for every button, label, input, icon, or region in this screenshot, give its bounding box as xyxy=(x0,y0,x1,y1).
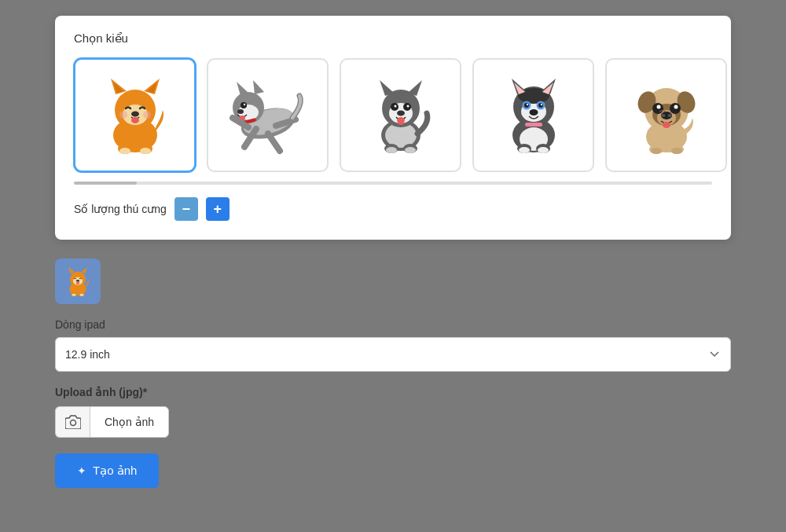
camera-button[interactable] xyxy=(55,406,90,438)
dog-option-husky-sit[interactable] xyxy=(472,58,594,172)
plus-button[interactable]: + xyxy=(206,197,230,221)
scroll-indicator xyxy=(74,182,712,185)
selected-avatar xyxy=(55,259,101,304)
svg-point-66 xyxy=(519,147,530,153)
svg-point-60 xyxy=(526,103,527,105)
svg-point-45 xyxy=(386,147,397,153)
dog-option-husky-run[interactable] xyxy=(207,58,329,172)
svg-point-58 xyxy=(524,103,529,108)
svg-point-81 xyxy=(663,122,670,128)
form-area: Dòng ipad 12.9 inch 11 inch 10.5 inch 9.… xyxy=(55,252,731,488)
svg-point-8 xyxy=(131,117,139,123)
svg-point-9 xyxy=(119,111,127,119)
dog-option-shiba[interactable] xyxy=(74,58,196,172)
svg-point-92 xyxy=(76,282,79,284)
svg-point-61 xyxy=(540,103,542,105)
svg-point-21 xyxy=(241,102,247,108)
svg-point-91 xyxy=(76,280,79,282)
svg-point-14 xyxy=(140,148,151,154)
svg-marker-20 xyxy=(253,80,264,94)
husky-small-svg xyxy=(358,72,444,159)
svg-point-67 xyxy=(538,147,549,153)
svg-point-39 xyxy=(406,105,409,107)
svg-marker-19 xyxy=(237,82,250,96)
dog-option-husky-small[interactable] xyxy=(340,58,461,172)
svg-point-46 xyxy=(405,147,416,153)
svg-point-84 xyxy=(651,148,662,154)
svg-point-95 xyxy=(72,294,75,296)
svg-point-77 xyxy=(674,105,678,108)
svg-point-40 xyxy=(397,110,405,116)
minus-button[interactable]: − xyxy=(174,197,198,221)
tao-anh-button[interactable]: ✦ Tạo ảnh xyxy=(55,453,159,488)
wand-icon: ✦ xyxy=(77,464,86,477)
chon-anh-button[interactable]: Chọn ảnh xyxy=(90,406,169,438)
svg-marker-89 xyxy=(68,267,75,273)
chon-kieu-panel: Chọn kiểu xyxy=(55,16,731,240)
upload-label: Upload ảnh (jpg)* xyxy=(55,386,731,398)
dog-options-row xyxy=(74,58,712,172)
svg-point-22 xyxy=(243,103,244,105)
scroll-thumb xyxy=(74,182,137,185)
dong-ipad-label: Dòng ipad xyxy=(55,318,731,331)
svg-point-97 xyxy=(70,420,75,426)
svg-point-13 xyxy=(119,148,130,154)
svg-point-80 xyxy=(667,114,671,117)
dong-ipad-select[interactable]: 12.9 inch 11 inch 10.5 inch 9.7 inch xyxy=(55,337,731,372)
shiba-svg xyxy=(92,72,178,159)
svg-point-10 xyxy=(143,111,151,119)
husky-run-svg xyxy=(225,72,311,159)
svg-point-85 xyxy=(671,148,682,154)
svg-point-96 xyxy=(79,294,83,296)
pet-count-label: Số lượng thú cưng xyxy=(74,203,167,215)
svg-point-76 xyxy=(656,105,660,108)
svg-point-79 xyxy=(661,114,665,117)
svg-point-23 xyxy=(237,109,244,114)
svg-marker-90 xyxy=(81,267,87,273)
panel-title: Chọn kiểu xyxy=(74,31,712,46)
camera-icon xyxy=(65,415,81,429)
svg-rect-63 xyxy=(525,123,542,127)
svg-point-38 xyxy=(394,105,396,107)
svg-point-59 xyxy=(538,103,543,108)
dog-option-pug[interactable] xyxy=(605,58,727,172)
svg-point-42 xyxy=(398,120,404,125)
svg-point-7 xyxy=(131,111,139,116)
pet-count-row: Số lượng thú cưng − + xyxy=(74,197,712,221)
avatar-svg xyxy=(61,265,94,298)
svg-point-62 xyxy=(529,109,538,116)
tao-anh-label: Tạo ảnh xyxy=(93,464,137,478)
upload-row: Chọn ảnh xyxy=(55,406,731,438)
pug-svg xyxy=(623,72,710,159)
husky-sit-svg xyxy=(490,72,577,159)
